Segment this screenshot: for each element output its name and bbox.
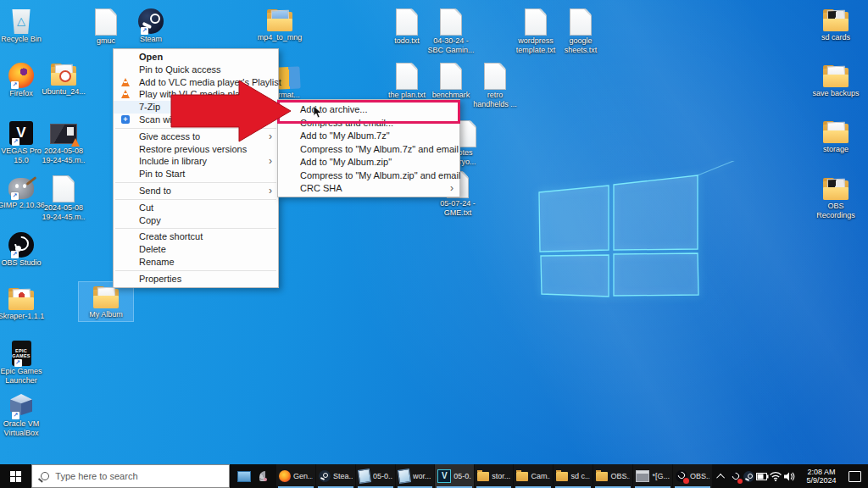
tray-wifi[interactable]: [769, 464, 782, 488]
menu-item-create-shortcut[interactable]: Create shortcut: [114, 230, 278, 243]
menu-item-include-library[interactable]: Include in library›: [114, 155, 278, 168]
menu-item-rename[interactable]: Rename: [114, 256, 278, 269]
submenu-item-add-zip[interactable]: Add to "My Album.zip": [278, 156, 459, 169]
folder-icon: [477, 472, 489, 481]
taskbar-button-folder-sdcards[interactable]: sd c...: [554, 464, 593, 488]
firefox-icon: ↗: [8, 63, 34, 88]
steam-icon: ↗: [138, 8, 164, 34]
annotation-red-arrow: [166, 75, 293, 147]
menu-item-cut[interactable]: Cut: [114, 202, 278, 214]
vegas-icon: V↗: [9, 121, 33, 145]
menu-item-delete[interactable]: Delete: [114, 243, 278, 256]
desktop-icon-google-sheets[interactable]: google sheets.txt: [554, 5, 608, 57]
taskbar-button-folder-obs[interactable]: OBS...: [593, 464, 632, 488]
taskbar-button-notepad-2[interactable]: wor...: [396, 464, 434, 488]
submenu-item-add-7z[interactable]: Add to "My Album.7z": [278, 130, 459, 142]
taskbar-button-folder-camera[interactable]: Cam...: [514, 464, 553, 488]
tray-chevron-button[interactable]: [715, 464, 728, 488]
taskbar-clock[interactable]: 2:08 AM 5/9/2024: [801, 468, 842, 485]
submenu-item-add-to-archive[interactable]: Add to archive...: [278, 102, 459, 117]
task-view-button[interactable]: [233, 464, 255, 488]
folder-icon: [93, 289, 119, 308]
taskbar-button-notepad-1[interactable]: 05-0...: [356, 464, 395, 488]
firefox-icon: [279, 470, 291, 482]
submenu-item-compress-7z-email[interactable]: Compress to "My Album.7z" and email: [278, 143, 459, 156]
submenu-item-compress-zip-email[interactable]: Compress to "My Album.zip" and email: [278, 169, 459, 182]
virtualbox-icon: ↗: [9, 393, 33, 419]
text-file-icon: [484, 63, 506, 90]
desktop-icon-virtualbox[interactable]: ↗ Oracle VM VirtualBox: [0, 390, 48, 440]
pinned-fan-app-button[interactable]: [254, 464, 276, 488]
text-file-icon: [440, 63, 462, 90]
wifi-icon: [770, 472, 782, 481]
action-center-button[interactable]: [849, 471, 861, 482]
taskbar-button-firefox[interactable]: Gen...: [276, 464, 315, 488]
menu-item-copy[interactable]: Copy: [114, 214, 278, 227]
steam-icon: [743, 471, 754, 482]
folder-icon: [51, 66, 76, 86]
obs-icon: ↗: [8, 232, 34, 258]
gimp-icon: ↗: [8, 178, 34, 199]
menu-item-properties[interactable]: Properties: [114, 273, 278, 286]
icon-label: storage: [809, 145, 863, 154]
submenu-item-compress-email[interactable]: Compress and email...: [278, 117, 459, 130]
steam-icon: [319, 470, 331, 482]
tray-volume[interactable]: [782, 464, 796, 488]
taskbar-button-obs[interactable]: OBS...: [673, 464, 712, 488]
menu-separator: [115, 270, 276, 271]
obs-icon: [730, 471, 741, 482]
desktop-icon-save-backups[interactable]: save backups: [809, 61, 863, 100]
tray-steam[interactable]: [742, 464, 755, 488]
desktop-icon-sd-cards[interactable]: sd cards: [809, 5, 863, 44]
shortcut-arrow-icon: ↗: [141, 27, 148, 35]
shortcut-arrow-icon: ↗: [11, 192, 19, 200]
desktop-icon-obs-recordings[interactable]: OBS Recordings: [809, 174, 863, 222]
desktop-icon-video-file[interactable]: 2024-05-08 19-24-45.m..: [36, 117, 91, 167]
icon-label: Steam: [124, 35, 178, 44]
text-file-icon: [95, 8, 117, 36]
taskbar-button-steam[interactable]: Stea...: [316, 464, 355, 488]
desktop-icon-retro-handhelds[interactable]: retro handhelds ...: [468, 59, 522, 111]
desktop-icon-recycle-bin[interactable]: △ Recycle Bin: [0, 5, 48, 46]
text-file-icon: [440, 8, 462, 36]
folder-icon: [596, 472, 608, 481]
start-button[interactable]: [0, 464, 31, 488]
taskbar-button-gimp[interactable]: *[G...: [633, 464, 672, 488]
notepad-icon: [398, 469, 411, 484]
taskbar-button-folder-storage[interactable]: stor...: [475, 464, 513, 488]
tray-battery[interactable]: [755, 464, 769, 488]
desktop-icon-ubuntu[interactable]: Ubuntu_24...: [36, 59, 91, 98]
menu-item-send-to[interactable]: Send to›: [114, 185, 278, 197]
ubuntu-emblem-icon: [59, 70, 71, 82]
desktop-icon-mp4-to-mng[interactable]: mp4_to_mng: [253, 5, 307, 44]
text-file-icon: [396, 63, 418, 90]
desktop-icon-steam[interactable]: ↗ Steam: [124, 5, 178, 46]
submenu-arrow-icon: ›: [269, 185, 272, 197]
text-file-icon: [570, 8, 592, 36]
tray-obs[interactable]: [728, 464, 742, 488]
folder-icon: [516, 472, 528, 481]
taskbar: Type here to search Gen... Stea... 05-0.…: [0, 464, 868, 488]
battery-icon: [756, 473, 769, 480]
desktop-icon-obs-studio[interactable]: ↗ OBS Studio: [0, 229, 48, 269]
obs-icon: [676, 470, 687, 482]
desktop-icon-epic-games[interactable]: EPIC GAMES↗ Epic Games Launcher: [0, 337, 48, 387]
menu-item-pin-start[interactable]: Pin to Start: [114, 168, 278, 180]
video-file-icon: [50, 124, 77, 144]
desktop-icon-sbc-gaming[interactable]: 04-30-24 - SBC Gamin...: [424, 5, 478, 57]
taskbar-button-vegas[interactable]: V05-0...: [435, 464, 474, 488]
desktop-icon-storage[interactable]: storage: [809, 117, 863, 156]
taskbar-search-input[interactable]: Type here to search: [31, 464, 230, 488]
search-placeholder: Type here to search: [55, 471, 137, 481]
desktop-icon-skraper[interactable]: Skraper-1.1.1: [0, 284, 48, 323]
folder-icon: [823, 12, 849, 31]
desktop-icon-my-album[interactable]: My Album: [79, 282, 133, 321]
7zip-submenu: Add to archive... Compress and email... …: [277, 99, 460, 197]
submenu-item-crc-sha[interactable]: CRC SHA›: [278, 182, 459, 195]
icon-label: My Album: [79, 310, 133, 319]
windows-desktop-screen: △ Recycle Bin gmuc ↗ Steam mp4_to_mng to…: [0, 0, 868, 488]
menu-item-open[interactable]: Open: [114, 51, 278, 64]
menu-separator: [115, 228, 276, 229]
menu-separator: [115, 182, 276, 183]
desktop-icon-file-2024[interactable]: 2024-05-08 19-24-45.m..: [36, 172, 91, 224]
